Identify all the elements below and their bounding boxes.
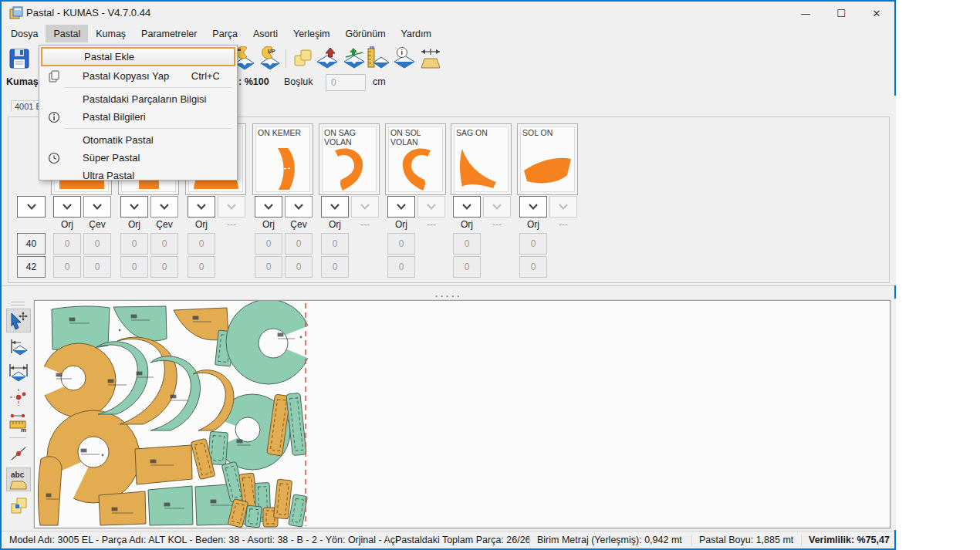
count-cell[interactable]: 0 xyxy=(321,233,349,255)
count-cell[interactable]: 0 xyxy=(150,256,178,278)
size-row-42[interactable]: 42 xyxy=(17,256,46,278)
orj-dropdown[interactable] xyxy=(53,196,81,218)
point-distance-icon xyxy=(8,387,29,407)
measure-width-tool[interactable] xyxy=(6,360,31,384)
cev-header: --- xyxy=(351,219,379,230)
app-icon xyxy=(8,6,24,20)
piece-shape xyxy=(521,146,575,192)
align-marker-icon[interactable] xyxy=(343,46,366,71)
menuitem-ultra-pastal[interactable]: Ultra Pastal xyxy=(39,167,237,184)
orj-dropdown[interactable] xyxy=(519,196,547,218)
piece-card[interactable]: ON KEMER xyxy=(252,123,313,195)
kumas-label: Kumaş xyxy=(6,76,39,87)
splitter-grip[interactable]: ..... xyxy=(435,289,462,299)
count-cell[interactable]: 0 xyxy=(519,233,547,255)
menuitem-pastal-ekle[interactable]: Pastal Ekle xyxy=(41,47,235,66)
cev-dropdown[interactable] xyxy=(285,196,313,218)
count-cell[interactable]: 0 xyxy=(83,256,111,278)
count-cell[interactable]: 0 xyxy=(188,256,215,278)
menu-parametreler[interactable]: Parametreler xyxy=(133,25,204,42)
count-cell[interactable]: 0 xyxy=(387,233,415,255)
count-cell[interactable]: 0 xyxy=(188,233,215,255)
menuitem-pastal-bilgileri[interactable]: Pastal Bilgileri xyxy=(39,108,237,126)
pieces-tool[interactable] xyxy=(6,494,31,518)
piece-card[interactable]: SAG ON xyxy=(451,123,512,195)
count-cell[interactable]: 0 xyxy=(255,256,282,278)
orj-dropdown[interactable] xyxy=(387,196,415,218)
cev-dropdown[interactable] xyxy=(83,196,111,218)
menu-gorunum[interactable]: Görünüm xyxy=(337,25,393,42)
menuitem-otomatik-pastal[interactable]: Otomatik Pastal xyxy=(39,131,237,149)
piece-card[interactable]: SOL ON xyxy=(517,123,578,195)
menuitem-pastal-kopyasi-yap[interactable]: Pastal Kopyası Yap Ctrl+C xyxy=(39,67,237,85)
orj-dropdown[interactable] xyxy=(255,196,282,218)
menu-dosya[interactable]: Dosya xyxy=(3,25,46,42)
toolbar-grip[interactable] xyxy=(11,302,25,305)
piece-card-label: SAG ON xyxy=(456,128,508,137)
size-dropdown[interactable] xyxy=(17,196,46,218)
point-distance-tool[interactable] xyxy=(6,385,31,409)
cev-header: Çev xyxy=(83,219,111,230)
count-cell[interactable]: 0 xyxy=(285,233,313,255)
cev-dropdown-disabled xyxy=(351,196,379,218)
count-cell[interactable]: 0 xyxy=(120,233,148,255)
move-up-marker-icon[interactable] xyxy=(316,46,339,71)
copy-piece-icon[interactable] xyxy=(292,46,315,71)
piece-card[interactable]: ON SOL VOLAN xyxy=(385,123,446,195)
menu-yerlesim[interactable]: Yerleşim xyxy=(286,25,337,42)
count-cell[interactable]: 0 xyxy=(53,233,81,255)
marker-area: m abc xyxy=(2,299,896,530)
menuitem-label: Pastal Ekle xyxy=(84,51,134,62)
app-window: Pastal - KUMAS - V4.7.0.44 — ☐ ✕ Dosya P… xyxy=(0,0,896,550)
menu-yardim[interactable]: Yardım xyxy=(394,25,439,42)
panel-splitter[interactable]: ..... xyxy=(2,285,894,299)
info-icon xyxy=(46,110,62,125)
menu-pastal[interactable]: Pastal xyxy=(46,25,88,42)
count-cell[interactable]: 0 xyxy=(387,256,415,278)
count-cell[interactable]: 0 xyxy=(53,256,81,278)
orj-dropdown[interactable] xyxy=(321,196,349,218)
size-row-40[interactable]: 40 xyxy=(17,233,46,255)
cev-dropdown[interactable] xyxy=(150,196,178,218)
count-cell[interactable]: 0 xyxy=(83,233,111,255)
count-cell[interactable]: 0 xyxy=(453,233,481,255)
measure-left-tool[interactable] xyxy=(6,336,31,359)
menu-asorti[interactable]: Asorti xyxy=(245,25,286,42)
menuitem-super-pastal[interactable]: Süper Pastal xyxy=(39,149,237,167)
spread-width-icon[interactable] xyxy=(419,46,442,71)
count-cell[interactable]: 0 xyxy=(150,233,178,255)
bosluk-input[interactable]: 0 xyxy=(326,74,366,91)
maximize-button[interactable]: ☐ xyxy=(823,2,859,25)
cev-dropdown-disabled xyxy=(549,196,577,218)
label-tool[interactable]: abc xyxy=(6,467,31,491)
orj-dropdown[interactable] xyxy=(120,196,148,218)
menu-kumas[interactable]: Kumaş xyxy=(88,25,133,42)
measure-marker-icon[interactable]: m xyxy=(367,46,390,71)
up-pastal-icon[interactable]: UP xyxy=(259,46,282,71)
orj-dropdown[interactable] xyxy=(188,196,215,218)
close-button[interactable]: ✕ xyxy=(859,2,894,25)
abc-text: abc xyxy=(11,471,25,479)
marker-canvas[interactable] xyxy=(34,300,890,528)
count-cell[interactable]: 0 xyxy=(120,256,148,278)
cev-dropdown-disabled xyxy=(483,196,511,218)
count-cell[interactable]: 0 xyxy=(453,256,481,278)
count-cell[interactable]: 0 xyxy=(285,256,313,278)
select-move-tool[interactable] xyxy=(6,309,31,332)
title-bar[interactable]: Pastal - KUMAS - V4.7.0.44 — ☐ ✕ xyxy=(2,2,894,25)
piece-card[interactable]: ON SAG VOLAN xyxy=(319,123,380,195)
save-icon[interactable] xyxy=(8,46,31,71)
marker-info-icon[interactable]: i xyxy=(393,46,416,71)
angle-line-tool[interactable] xyxy=(6,441,31,465)
menu-parca[interactable]: Parça xyxy=(204,25,245,42)
count-cell[interactable]: 0 xyxy=(321,256,349,278)
marker-layout xyxy=(35,301,890,528)
menuitem-label: Pastaldaki Parçaların Bilgisi xyxy=(83,93,206,105)
orj-dropdown[interactable] xyxy=(453,196,481,218)
ruler-tool[interactable]: m xyxy=(6,410,31,434)
menuitem-pastaldaki-parcalarin-bilgisi[interactable]: Pastaldaki Parçaların Bilgisi xyxy=(39,90,237,108)
minimize-button[interactable]: — xyxy=(788,2,823,25)
count-cell[interactable]: 0 xyxy=(255,233,282,255)
piece-card-label: ON SOL VOLAN xyxy=(390,128,442,147)
count-cell[interactable]: 0 xyxy=(519,256,547,278)
